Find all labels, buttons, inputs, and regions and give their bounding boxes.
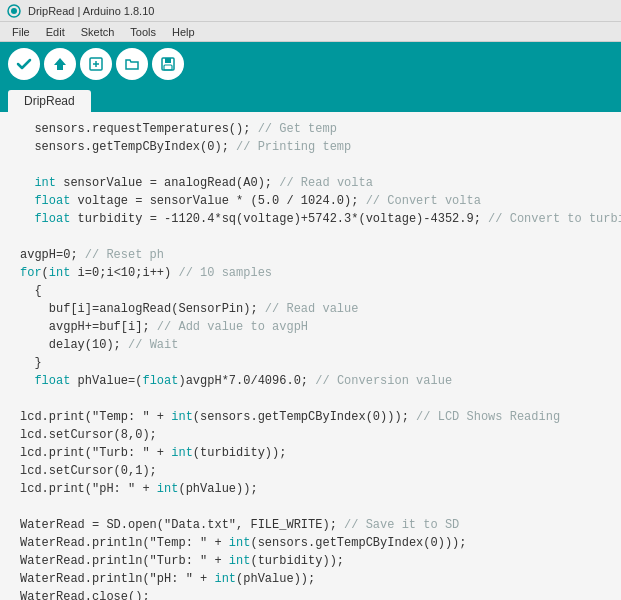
menu-item-file[interactable]: File <box>4 22 38 41</box>
code-editor[interactable]: sensors.requestTemperatures(); // Get te… <box>0 112 621 600</box>
svg-rect-7 <box>165 58 171 63</box>
tab-dripread[interactable]: DripRead <box>8 90 91 112</box>
verify-button[interactable] <box>8 48 40 80</box>
save-button[interactable] <box>152 48 184 80</box>
code-content: sensors.requestTemperatures(); // Get te… <box>0 116 621 600</box>
menu-item-edit[interactable]: Edit <box>38 22 73 41</box>
window-title: DripRead | Arduino 1.8.10 <box>28 5 154 17</box>
tab-label: DripRead <box>24 94 75 108</box>
open-button[interactable] <box>116 48 148 80</box>
upload-button[interactable] <box>44 48 76 80</box>
menu-item-tools[interactable]: Tools <box>122 22 164 41</box>
menu-bar: FileEditSketchToolsHelp <box>0 22 621 42</box>
menu-item-help[interactable]: Help <box>164 22 203 41</box>
toolbar <box>0 42 621 86</box>
tab-bar: DripRead <box>0 86 621 112</box>
app-icon <box>6 3 22 19</box>
menu-item-sketch[interactable]: Sketch <box>73 22 123 41</box>
title-bar: DripRead | Arduino 1.8.10 <box>0 0 621 22</box>
svg-marker-2 <box>54 58 66 70</box>
svg-point-1 <box>11 8 17 14</box>
new-button[interactable] <box>80 48 112 80</box>
